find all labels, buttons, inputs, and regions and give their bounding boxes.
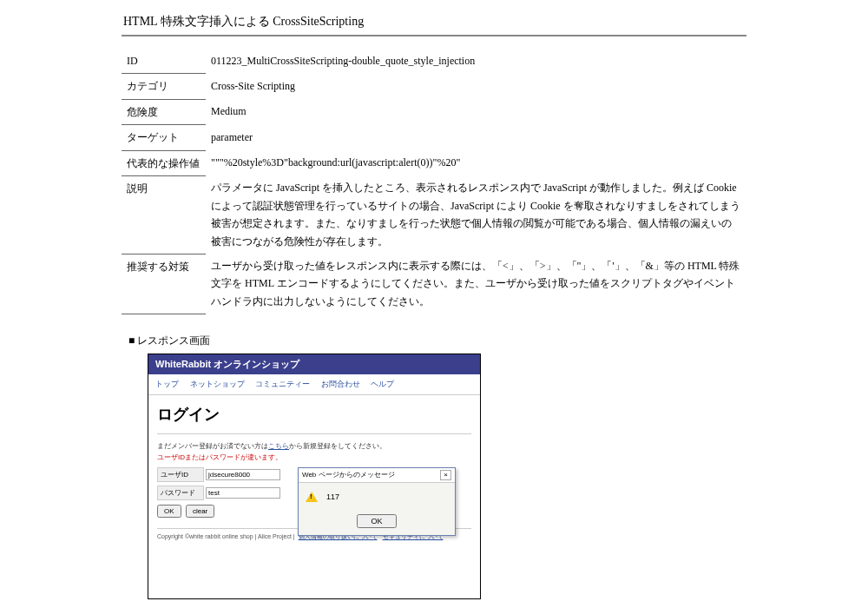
divider	[157, 433, 471, 434]
password-input[interactable]	[206, 487, 280, 499]
warning-icon	[306, 492, 318, 502]
nav-item[interactable]: ネットショップ	[190, 380, 245, 388]
page-title: HTML 特殊文字挿入による CrossSiteScripting	[122, 9, 746, 36]
response-screenshot: WhiteRabbit オンラインショップ トップ ネットショップ コミュニティ…	[148, 354, 481, 599]
ok-button[interactable]: OK	[157, 505, 181, 518]
prop-label-id: ID	[122, 49, 206, 74]
nav-item[interactable]: トップ	[155, 380, 179, 388]
properties-table: ID 011223_MultiCrossSiteScripting-double…	[122, 49, 746, 314]
prop-label-desc: 説明	[122, 175, 206, 254]
dialog-ok-button[interactable]: OK	[357, 514, 396, 528]
dialog-message: 117	[326, 492, 339, 501]
prop-label-risk: 危険度	[122, 99, 206, 124]
register-link[interactable]: こちら	[268, 442, 289, 450]
prop-label-target: ターゲット	[122, 125, 206, 150]
prop-value-risk: Medium	[206, 99, 746, 124]
userid-input[interactable]	[206, 469, 280, 480]
dialog-buttons: OK	[299, 511, 455, 535]
shot-note: まだメンバー登録がお済でない方はこちらから新規登録をしてください。	[157, 441, 471, 451]
nav-item[interactable]: お問合わせ	[321, 380, 360, 388]
password-label: パスワード	[157, 486, 204, 500]
nav-item[interactable]: ヘルプ	[371, 380, 394, 388]
dialog-titlebar: Web ページからのメッセージ ×	[299, 468, 455, 483]
shot-nav: トップ ネットショップ コミュニティー お問合わせ ヘルプ	[148, 374, 480, 395]
prop-value-desc: パラメータに JavaScript を挿入したところ、表示されるレスポンス内で …	[206, 175, 746, 254]
prop-value-reco: ユーザから受け取った値をレスポンス内に表示する際には、「<」、「>」、「"」、「…	[206, 254, 746, 314]
prop-label-reco: 推奨する対策	[122, 254, 206, 314]
prop-label-category: カテゴリ	[122, 74, 206, 99]
shot-titlebar: WhiteRabbit オンラインショップ	[148, 354, 480, 374]
userid-label: ユーザID	[157, 467, 204, 482]
alert-dialog: Web ページからのメッセージ × 117 OK	[298, 467, 456, 536]
prop-value-category: Cross-Site Scripting	[206, 74, 746, 99]
prop-label-sample: 代表的な操作値	[122, 150, 206, 175]
prop-value-sample: """%20style%3D"background:url(javascript…	[206, 150, 746, 175]
shot-heading: ログイン	[157, 404, 471, 425]
response-heading: レスポンス画面	[128, 334, 746, 348]
clear-button[interactable]: clear	[186, 505, 214, 518]
dialog-title: Web ページからのメッセージ	[302, 470, 395, 480]
prop-value-id: 011223_MultiCrossSiteScripting-double_qu…	[206, 49, 746, 74]
nav-item[interactable]: コミュニティー	[255, 380, 310, 388]
shot-error: ユーザIDまたはパスワードが違います。	[157, 453, 471, 462]
prop-value-target: parameter	[206, 125, 746, 150]
document-page: HTML 特殊文字挿入による CrossSiteScripting ID 011…	[122, 0, 746, 608]
close-icon[interactable]: ×	[440, 470, 451, 480]
dialog-body: 117	[299, 483, 455, 511]
